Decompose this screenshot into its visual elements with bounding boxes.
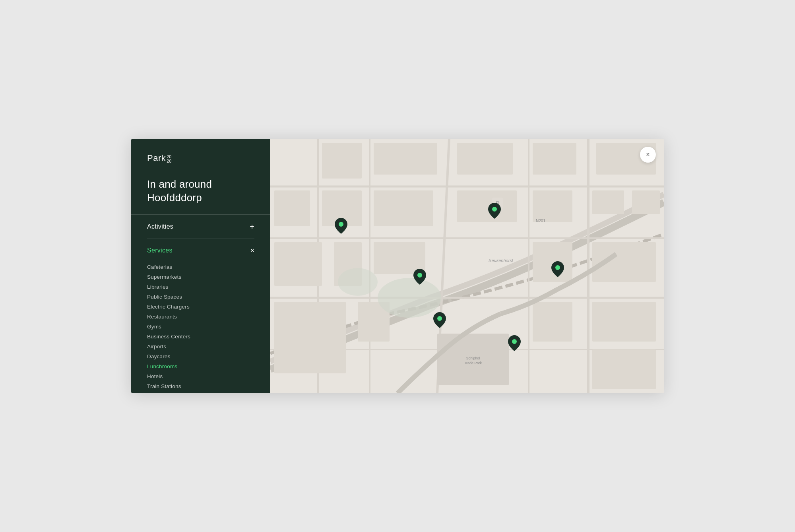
svg-point-37: [378, 278, 441, 318]
subcategory-public-spaces[interactable]: Public Spaces: [147, 292, 254, 302]
services-collapse-icon: ×: [250, 247, 254, 254]
svg-rect-17: [374, 190, 433, 226]
svg-rect-18: [457, 190, 517, 222]
subcategory-gyms[interactable]: Gyms: [147, 322, 254, 332]
map-pin-1[interactable]: [335, 218, 347, 235]
close-button[interactable]: ×: [640, 147, 656, 163]
sidebar: Park 2020 In and aroundHoofdddorp Activi…: [131, 139, 270, 393]
svg-point-42: [492, 207, 497, 212]
subcategory-lunchrooms[interactable]: Lunchrooms: [147, 361, 254, 371]
svg-rect-11: [374, 143, 437, 175]
logo-text: Park: [147, 153, 166, 163]
svg-text:Trade Park: Trade Park: [464, 361, 482, 365]
svg-point-41: [339, 222, 343, 227]
svg-text:N201: N201: [536, 219, 545, 223]
map-pin-4[interactable]: [551, 261, 564, 279]
svg-rect-22: [274, 242, 322, 286]
svg-rect-12: [457, 143, 513, 175]
close-icon: ×: [646, 151, 650, 158]
category-activities-header[interactable]: Activities +: [147, 215, 254, 239]
subcategory-hotels[interactable]: Hotels: [147, 371, 254, 381]
services-subcategory-list: Cafeterias Supermarkets Libraries Public…: [147, 262, 254, 393]
app-container: Park 2020 In and aroundHoofdddorp Activi…: [131, 139, 664, 393]
map-pin-5[interactable]: [433, 312, 446, 330]
subcategory-bike-sharing[interactable]: Bike Sharing: [147, 391, 254, 393]
logo: Park 2020: [147, 153, 254, 163]
subcategory-electric-chargers[interactable]: Electric Chargers: [147, 302, 254, 312]
svg-point-44: [555, 265, 560, 270]
svg-rect-29: [533, 302, 572, 342]
page-title: In and aroundHoofdddorp: [147, 178, 254, 205]
map-area: Schiphol Trade Park Beukenhorst N201 P: [270, 139, 664, 393]
sidebar-header: Park 2020 In and aroundHoofdddorp: [131, 139, 270, 215]
subcategory-restaurants[interactable]: Restaurants: [147, 312, 254, 322]
category-services-label: Services: [147, 247, 173, 254]
svg-point-46: [512, 339, 517, 344]
svg-rect-27: [274, 302, 346, 373]
subcategory-libraries[interactable]: Libraries: [147, 282, 254, 292]
subcategory-daycares[interactable]: Daycares: [147, 351, 254, 361]
svg-point-43: [417, 273, 422, 278]
logo-superscript: 2020: [167, 155, 171, 163]
map-pin-2[interactable]: [488, 203, 501, 220]
svg-point-38: [338, 268, 378, 296]
sidebar-content: Activities + Services × Cafeterias Super…: [131, 215, 270, 393]
svg-rect-30: [592, 302, 656, 342]
subcategory-cafeterias[interactable]: Cafeterias: [147, 262, 254, 272]
subcategory-train-stations[interactable]: Train Stations: [147, 381, 254, 391]
svg-text:Schiphol: Schiphol: [466, 356, 480, 360]
svg-text:Beukenhorst: Beukenhorst: [489, 258, 514, 263]
map-svg: Schiphol Trade Park Beukenhorst N201 P: [270, 139, 664, 393]
map-pin-3[interactable]: [413, 269, 426, 286]
svg-rect-20: [592, 190, 624, 214]
svg-rect-19: [533, 190, 572, 222]
category-services: Services × Cafeterias Supermarkets Libra…: [147, 239, 254, 393]
subcategory-business-centers[interactable]: Business Centers: [147, 332, 254, 342]
map-pin-6[interactable]: [508, 335, 521, 353]
svg-rect-31: [592, 349, 656, 389]
svg-rect-13: [533, 143, 576, 175]
svg-rect-10: [322, 143, 362, 179]
category-activities: Activities +: [147, 215, 254, 239]
category-activities-label: Activities: [147, 223, 173, 230]
category-services-header[interactable]: Services ×: [147, 239, 254, 262]
subcategory-airports[interactable]: Airports: [147, 342, 254, 351]
svg-point-45: [437, 316, 442, 321]
svg-rect-21: [632, 190, 660, 214]
activities-expand-icon: +: [250, 223, 254, 231]
svg-rect-15: [274, 190, 310, 226]
subcategory-supermarkets[interactable]: Supermarkets: [147, 272, 254, 282]
